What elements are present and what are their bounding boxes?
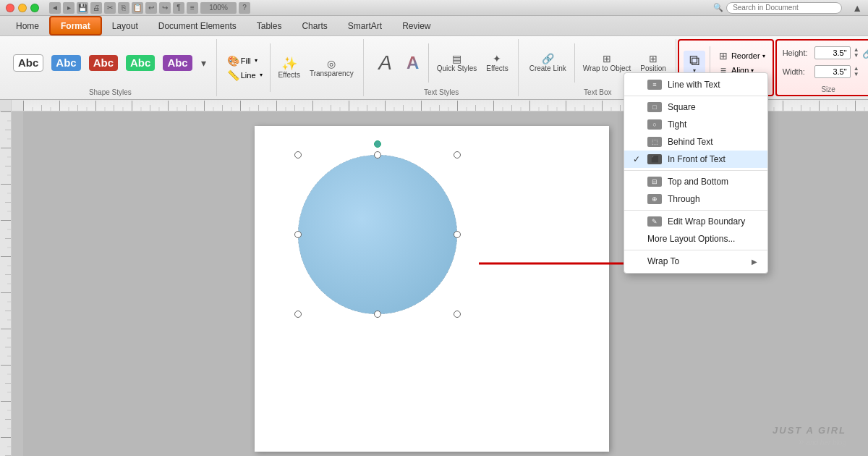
edit-boundary-icon: ✎ — [647, 216, 662, 227]
menu-item-tight[interactable]: ○ Tight — [624, 116, 767, 133]
paste-icon[interactable]: 📋 — [132, 2, 143, 14]
reorder-label: Reorder — [731, 51, 760, 60]
rotate-handle[interactable] — [374, 140, 381, 148]
menu-item-line-with-text[interactable]: ≡ Line with Text — [624, 76, 767, 93]
menu-item-in-front-of-text[interactable]: ✓ ⬛ In Front of Text — [624, 151, 767, 168]
toolbar-icon-1[interactable]: ◄ — [49, 2, 61, 14]
line-arrow: ▾ — [260, 72, 263, 78]
menu-label-square: Square — [668, 102, 696, 112]
print-icon[interactable]: 🖨 — [90, 2, 102, 14]
handle-bl[interactable] — [294, 311, 302, 318]
fill-line-rows: 🎨 Fill ▾ 📏 Line ▾ — [224, 54, 265, 82]
shape-styles-more[interactable]: ▾ — [197, 56, 210, 69]
transparency-label: Transparency — [310, 69, 354, 77]
line-with-text-icon: ≡ — [647, 80, 662, 90]
tab-charts[interactable]: Charts — [292, 16, 337, 35]
width-input[interactable] — [814, 65, 851, 78]
toolbar-icon-2[interactable]: ▸ — [63, 2, 75, 14]
effects-button[interactable]: ✨ Effects — [275, 56, 304, 80]
shape-style-purple[interactable]: Abc — [160, 54, 195, 72]
reorder-icon: ⊞ — [718, 50, 729, 62]
fill-line-items: 🎨 Fill ▾ 📏 Line ▾ ✨ Effects ◎ Transparen… — [224, 39, 357, 96]
shape-styles-group: Abc Abc Abc Abc Abc ▾ Shape Styles — [4, 39, 217, 96]
wrap-button[interactable]: ⊞ Wrap to Object — [579, 52, 635, 74]
shape-style-white[interactable]: Abc — [10, 53, 46, 73]
menu-item-square[interactable]: □ Square — [624, 98, 767, 116]
position-button[interactable]: ⊞ Position — [637, 52, 670, 74]
transparency-button[interactable]: ◎ Transparency — [306, 57, 357, 79]
width-spinner[interactable]: ▲ ▼ — [854, 66, 859, 77]
height-down[interactable]: ▼ — [854, 53, 859, 59]
handle-bm[interactable] — [374, 311, 381, 318]
menu-item-top-and-bottom[interactable]: ⊟ Top and Bottom — [624, 173, 767, 190]
menu-item-wrap-to[interactable]: Wrap To ▶ — [624, 253, 767, 270]
search-input[interactable] — [726, 2, 842, 14]
menu-label-more-layout: More Layout Options... — [647, 234, 735, 244]
text-effects-button[interactable]: ✦ Effects — [482, 52, 511, 74]
shape-style-green[interactable]: Abc — [123, 54, 158, 72]
list-icon[interactable]: ≡ — [187, 2, 198, 14]
text-style-big[interactable]: A — [371, 51, 400, 75]
fill-button[interactable]: 🎨 Fill ▾ — [224, 54, 265, 67]
reorder-button[interactable]: ⊞ Reorder ▾ — [715, 49, 768, 62]
menu-item-more-layout[interactable]: More Layout Options... — [624, 230, 767, 248]
menu-separator-1 — [624, 96, 767, 96]
handle-mr[interactable] — [454, 231, 461, 238]
close-button[interactable] — [6, 4, 14, 12]
create-link-button[interactable]: 🔗 Create Link — [526, 52, 570, 74]
size-items: Height: ▲ ▼ 🔗 Width: ▲ ▼ — [783, 42, 868, 83]
tab-format[interactable]: Format — [49, 16, 102, 35]
minimize-button[interactable] — [18, 4, 27, 12]
save-icon[interactable]: 💾 — [77, 2, 88, 14]
circle-container[interactable] — [284, 140, 472, 343]
circle-shape[interactable] — [298, 155, 457, 314]
shape-styles-label: Shape Styles — [89, 87, 132, 96]
tab-layout[interactable]: Layout — [102, 16, 148, 35]
tab-home[interactable]: Home — [6, 16, 49, 35]
width-down[interactable]: ▼ — [854, 72, 859, 77]
menu-label-in-front-of-text: In Front of Text — [668, 154, 726, 164]
shape-style-blue[interactable]: Abc — [48, 54, 83, 72]
size-link-icon[interactable]: 🔗 — [862, 47, 868, 59]
through-icon: ⊕ — [647, 194, 662, 204]
menu-item-edit-wrap-boundary[interactable]: ✎ Edit Wrap Boundary — [624, 213, 767, 230]
line-button[interactable]: 📏 Line ▾ — [224, 69, 265, 82]
maximize-button[interactable] — [30, 4, 39, 12]
height-spinner[interactable]: ▲ ▼ — [854, 47, 859, 59]
fill-line-group: 🎨 Fill ▾ 📏 Line ▾ ✨ Effects ◎ Transparen… — [218, 39, 364, 96]
size-group: Height: ▲ ▼ 🔗 Width: ▲ ▼ Size — [775, 39, 868, 96]
menu-item-through[interactable]: ⊕ Through — [624, 190, 767, 208]
menu-item-behind-text[interactable]: ⬚ Behind Text — [624, 133, 767, 151]
tab-review[interactable]: Review — [392, 16, 441, 35]
shape-green-label: Abc — [126, 55, 155, 71]
menu-separator-2 — [624, 170, 767, 171]
zoom-icon[interactable]: 100% — [200, 2, 237, 14]
transparency-icon: ◎ — [327, 59, 336, 69]
text-effects-label: Effects — [486, 64, 508, 72]
height-input[interactable] — [814, 46, 851, 59]
toolbar-icons: ◄ ▸ 💾 🖨 ✂ ⎘ 📋 ↩ ↪ ¶ ≡ 100% ? — [49, 2, 250, 14]
collapse-button[interactable]: ▲ — [852, 2, 862, 14]
copy-icon[interactable]: ⎘ — [118, 2, 129, 14]
wrap-text-icon: ⧉ — [689, 53, 699, 67]
paragraph-icon[interactable]: ¶ — [173, 2, 184, 14]
fill-arrow: ▾ — [255, 57, 258, 64]
tab-tables[interactable]: Tables — [247, 16, 292, 35]
handle-tl[interactable] — [294, 151, 302, 159]
undo-icon[interactable]: ↩ — [145, 2, 157, 14]
tab-smartart[interactable]: SmartArt — [338, 16, 392, 35]
shape-style-red[interactable]: Abc — [86, 54, 121, 72]
quick-styles-button[interactable]: ▤ Quick Styles — [433, 52, 481, 74]
tab-document-elements[interactable]: Document Elements — [148, 16, 247, 35]
separator-3 — [574, 43, 575, 83]
redo-icon[interactable]: ↪ — [159, 2, 171, 14]
watermark: JUST A GIRL » and her blog — [773, 425, 846, 447]
text-gradient-icon: A — [407, 54, 419, 72]
handle-br[interactable] — [454, 311, 461, 318]
scissors-icon[interactable]: ✂ — [104, 2, 116, 14]
help-icon[interactable]: ? — [239, 2, 250, 14]
handle-ml[interactable] — [294, 231, 302, 238]
handle-tr[interactable] — [454, 151, 461, 159]
text-style-gradient[interactable]: A — [402, 53, 424, 73]
handle-tm[interactable] — [374, 151, 381, 159]
